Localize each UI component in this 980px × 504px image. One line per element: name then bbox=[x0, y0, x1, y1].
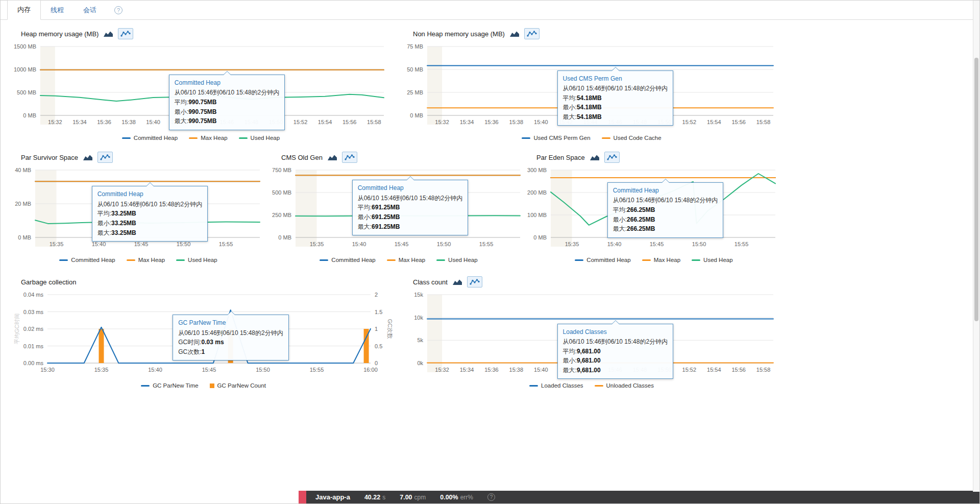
line-chart-icon[interactable] bbox=[467, 276, 482, 287]
legend-label: Used Heap bbox=[251, 135, 280, 141]
tooltip-stat-row: 最大:990.75MB bbox=[175, 116, 279, 126]
area-chart-icon[interactable] bbox=[509, 29, 520, 39]
chart-plot-area[interactable]: 40 MB20 MB0 MB15:3515:4015:4515:5015:55C… bbox=[11, 166, 266, 253]
svg-text:2: 2 bbox=[375, 292, 378, 298]
vertical-scrollbar[interactable] bbox=[973, 1, 979, 492]
legend-item-loaded-classes[interactable]: Loaded Classes bbox=[529, 382, 583, 389]
svg-text:15:54: 15:54 bbox=[707, 367, 721, 373]
legend-item-used-cms-perm-gen[interactable]: Used CMS Perm Gen bbox=[522, 135, 590, 141]
legend-item-max-heap[interactable]: Max Heap bbox=[642, 257, 680, 263]
legend-item-used-heap[interactable]: Used Heap bbox=[692, 257, 733, 263]
svg-text:15:34: 15:34 bbox=[72, 119, 87, 125]
legend-label: Used Heap bbox=[448, 257, 478, 263]
legend-label: Max Heap bbox=[201, 135, 227, 141]
svg-text:15:45: 15:45 bbox=[650, 241, 664, 247]
chart-legend: Committed HeapMax HeapUsed Heap bbox=[11, 257, 266, 263]
tooltip-stat-row: 平均:691.25MB bbox=[358, 203, 462, 212]
legend-swatch bbox=[176, 259, 185, 261]
area-chart-icon[interactable] bbox=[452, 277, 462, 287]
svg-text:15:35: 15:35 bbox=[94, 367, 109, 373]
metric-value: 7.00 bbox=[400, 494, 412, 501]
area-chart-icon[interactable] bbox=[103, 29, 113, 39]
chart-title: Par Survivor Space bbox=[21, 154, 78, 161]
legend-label: GC ParNew Time bbox=[153, 382, 198, 389]
chart-tooltip: Loaded Classes从06/10 15:46到06/10 15:48的2… bbox=[557, 324, 673, 379]
chart-legend: GC ParNew TimeGC ParNew Count bbox=[11, 382, 396, 389]
chart-legend: Committed HeapMax HeapUsed Heap bbox=[526, 257, 781, 263]
tab-memory[interactable]: 内存 bbox=[7, 0, 41, 20]
svg-text:15:35: 15:35 bbox=[50, 241, 64, 247]
tooltip-stat-row: 平均:54.18MB bbox=[563, 93, 668, 103]
chart-plot-area[interactable]: 75 MB50 MB25 MB0 MB15:3215:3415:3615:381… bbox=[403, 42, 780, 131]
tooltip-caret bbox=[662, 179, 669, 183]
tooltip-stat-row: 平均:33.25MB bbox=[97, 209, 202, 219]
svg-text:15:50: 15:50 bbox=[437, 241, 451, 247]
tooltip-stat-row: GC次数:1 bbox=[178, 347, 283, 357]
line-chart-icon[interactable] bbox=[524, 28, 540, 39]
plot-band bbox=[427, 46, 442, 125]
svg-text:15:40: 15:40 bbox=[146, 119, 160, 125]
legend-swatch bbox=[575, 259, 583, 261]
legend-item-gc-parnew-count[interactable]: GC ParNew Count bbox=[210, 382, 266, 389]
tab-threads[interactable]: 线程 bbox=[41, 1, 74, 20]
chart-legend: Loaded ClassesUnloaded Classes bbox=[403, 382, 780, 389]
status-bar: Java-app-a 40.22s 7.00cpm 0.00%err% ? bbox=[1, 491, 979, 503]
svg-text:15:58: 15:58 bbox=[756, 119, 771, 125]
tab-sessions[interactable]: 会话 bbox=[74, 1, 106, 20]
legend-item-max-heap[interactable]: Max Heap bbox=[127, 257, 165, 263]
chart-plot-area[interactable]: 750 MB500 MB250 MB0 MB15:3515:4015:4515:… bbox=[271, 166, 526, 253]
legend-swatch bbox=[595, 385, 603, 387]
timeline-marker[interactable] bbox=[299, 491, 306, 503]
legend-item-used-heap[interactable]: Used Heap bbox=[176, 257, 217, 263]
legend-item-used-heap[interactable]: Used Heap bbox=[436, 257, 478, 263]
svg-text:15:32: 15:32 bbox=[435, 367, 449, 373]
chart-plot-area[interactable]: 0.04 ms0.03 ms0.02 ms0.01 ms0.00 ms21.51… bbox=[11, 291, 396, 378]
legend-item-max-heap[interactable]: Max Heap bbox=[189, 135, 227, 141]
help-icon[interactable]: ? bbox=[487, 493, 495, 501]
tooltip-stat-row: 最大:54.18MB bbox=[563, 112, 668, 122]
tooltip-stat-row: 平均:266.25MB bbox=[613, 205, 718, 215]
svg-text:15:50: 15:50 bbox=[692, 241, 706, 247]
legend-item-gc-parnew-time[interactable]: GC ParNew Time bbox=[141, 382, 198, 389]
area-chart-icon[interactable] bbox=[327, 153, 337, 162]
legend-swatch bbox=[522, 137, 530, 139]
legend-item-used-heap[interactable]: Used Heap bbox=[239, 135, 280, 141]
tooltip-stat-row: 平均:9,681.00 bbox=[563, 347, 668, 356]
legend-item-committed-heap[interactable]: Committed Heap bbox=[575, 257, 630, 263]
tooltip-caret bbox=[612, 67, 619, 71]
chart-plot-area[interactable]: 300 MB200 MB100 MB0 MB15:3515:4015:4515:… bbox=[526, 166, 781, 253]
legend-item-used-code-cache[interactable]: Used Code Cache bbox=[602, 135, 662, 141]
svg-text:15:32: 15:32 bbox=[435, 119, 449, 125]
legend-item-max-heap[interactable]: Max Heap bbox=[387, 257, 425, 263]
tooltip-period: 从06/10 15:46到06/10 15:48的2分钟内 bbox=[175, 88, 279, 98]
legend-item-committed-heap[interactable]: Committed Heap bbox=[320, 257, 375, 263]
line-chart-icon[interactable] bbox=[97, 152, 113, 163]
svg-text:1: 1 bbox=[375, 326, 378, 332]
chart-panel-par-eden-space: Par Eden Space 300 MB200 MB100 MB0 MB15:… bbox=[526, 151, 781, 263]
chart-legend: Committed HeapMax HeapUsed Heap bbox=[11, 135, 391, 141]
area-chart-icon[interactable] bbox=[590, 153, 600, 162]
line-chart-icon[interactable] bbox=[604, 152, 620, 163]
area-chart-icon[interactable] bbox=[83, 153, 93, 162]
tooltip-stat-row: 最小:33.25MB bbox=[97, 219, 202, 228]
tooltip-title: Committed Heap bbox=[97, 189, 202, 199]
line-chart-icon[interactable] bbox=[342, 152, 357, 163]
svg-text:0: 0 bbox=[375, 360, 378, 366]
svg-text:0.01 ms: 0.01 ms bbox=[23, 343, 44, 349]
svg-text:15:40: 15:40 bbox=[92, 241, 106, 247]
chart-title: Garbage collection bbox=[21, 278, 76, 286]
legend-label: Committed Heap bbox=[71, 257, 115, 263]
legend-item-committed-heap[interactable]: Committed Heap bbox=[122, 135, 178, 141]
plot-band bbox=[427, 295, 442, 372]
tooltip-period: 从06/10 15:46到06/10 15:48的2分钟内 bbox=[563, 84, 668, 93]
help-icon[interactable]: ? bbox=[114, 6, 122, 14]
legend-item-committed-heap[interactable]: Committed Heap bbox=[59, 257, 115, 263]
svg-text:750 MB: 750 MB bbox=[272, 167, 291, 173]
chart-plot-area[interactable]: 15k10k5k0k15:3215:3415:3615:3815:4015:42… bbox=[403, 291, 780, 378]
chart-plot-area[interactable]: 1500 MB1000 MB500 MB0 MB15:3215:3415:361… bbox=[11, 42, 391, 131]
legend-item-unloaded-classes[interactable]: Unloaded Classes bbox=[595, 382, 654, 389]
svg-text:15:35: 15:35 bbox=[310, 241, 324, 247]
chart-panel-non-heap-memory-usage: Non Heap memory usage (MB) 75 MB50 MB25 … bbox=[403, 27, 780, 141]
scrollbar-thumb[interactable] bbox=[974, 58, 978, 321]
line-chart-icon[interactable] bbox=[118, 28, 133, 39]
